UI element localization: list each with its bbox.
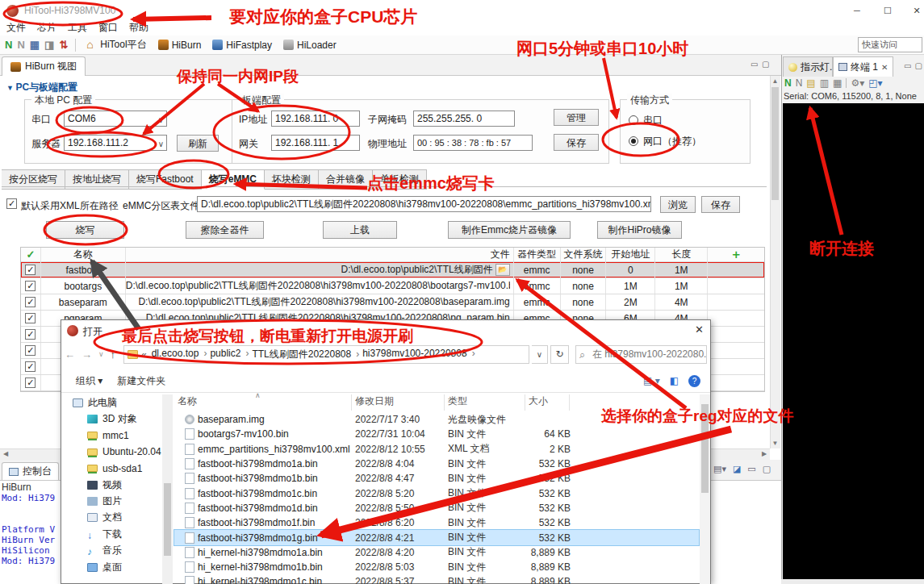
file-list-scroll-thumb[interactable]	[701, 404, 709, 493]
column-name[interactable]: 名称	[174, 394, 352, 411]
breadcrumb-dropdown-icon[interactable]: ∨	[532, 345, 548, 364]
hitool-platform-button[interactable]: HiTool平台	[83, 37, 149, 52]
manage-button[interactable]: 管理	[554, 109, 599, 126]
file-row[interactable]: bootargs7-mv100.bin 2022/7/31 10:04 BIN …	[174, 427, 699, 441]
organize-button[interactable]: 组织 ▾	[76, 374, 102, 388]
disconnect-icon[interactable]: N	[17, 39, 24, 51]
transfer-radio-option[interactable]: 网口（推荐）	[629, 131, 701, 152]
file-row[interactable]: fastboot-hi3798mdmo1g.bin 2022/8/8 4:21 …	[174, 530, 699, 544]
column-date[interactable]: 修改日期	[352, 394, 445, 411]
panel-minimize-icon[interactable]: ▭	[902, 56, 913, 77]
make-hipro-image-button[interactable]: 制作HiPro镜像	[597, 221, 682, 239]
up-icon[interactable]: ↑	[111, 348, 116, 361]
add-row-icon[interactable]: ＋	[708, 248, 764, 261]
connect-icon[interactable]: N	[5, 39, 12, 51]
scroll-left-icon[interactable]: ◀	[1, 449, 10, 459]
transfer-radio-option[interactable]: 串口	[629, 110, 701, 131]
section-pc-board-config[interactable]: PC与板端配置	[6, 81, 77, 94]
file-browse-icon[interactable]	[495, 264, 510, 276]
breadcrumb-item[interactable]: hi3798mv100-20220808	[361, 348, 476, 361]
pane-maximize-icon[interactable]: ▢	[762, 60, 769, 69]
menu-item[interactable]: 帮助	[129, 21, 148, 35]
xml-path-field[interactable]: D:\dl.ecoo.top\public2\TTL线刷固件20220808\h…	[197, 196, 651, 212]
quick-access-input[interactable]: 快速访问	[858, 37, 922, 52]
forward-icon[interactable]: →	[82, 348, 92, 361]
tab-hiburn-view[interactable]: HiBurn 视图	[2, 56, 86, 76]
erase-all-button[interactable]: 擦除全器件	[186, 221, 264, 239]
file-row[interactable]: hi_kernel-hi3798mdmo1b.bin 2022/8/8 5:03…	[174, 560, 699, 574]
save-board-button[interactable]: 保存	[554, 134, 599, 151]
menu-item[interactable]: 工具	[68, 21, 87, 35]
row-checkbox[interactable]	[25, 313, 36, 323]
breadcrumb-item[interactable]: public2	[208, 348, 250, 361]
file-row[interactable]: baseparam.img 2022/7/17 3:40 光盘映像文件	[174, 412, 699, 427]
preview-pane-icon[interactable]: ◧	[670, 375, 679, 387]
tab-console[interactable]: 控制台	[2, 462, 59, 480]
sidebar-item[interactable]: 音乐	[61, 543, 162, 559]
mac-field[interactable]: 00 : 95 : 38 : 78 : fb : 57	[413, 135, 533, 151]
burn-button[interactable]: 烧写	[46, 221, 124, 239]
sidebar-item[interactable]: mmc1	[61, 428, 162, 444]
make-emmc-image-button[interactable]: 制作Emmc烧片器镜像	[448, 221, 571, 239]
file-row[interactable]: emmc_partitions_hi3798mv100.xml 2022/8/1…	[174, 442, 699, 457]
view-mode-icon[interactable]: ▤ ▾	[643, 375, 660, 387]
hiloader-button[interactable]: HiLoader	[280, 39, 340, 52]
check-all-icon[interactable]: ✓	[21, 248, 41, 261]
sidebar-item[interactable]: 下载	[61, 526, 162, 542]
terminal-connect-icon[interactable]: N	[784, 77, 792, 89]
back-icon[interactable]: ←	[65, 348, 75, 361]
save-xml-button[interactable]: 保存	[701, 196, 740, 213]
sidebar-item[interactable]: Ubuntu-20.04 (	[61, 444, 162, 460]
row-checkbox[interactable]	[25, 378, 36, 388]
file-row[interactable]: fastboot-hi3798mdmo1c.bin 2022/8/8 5:20 …	[174, 486, 699, 500]
console-minimize-icon[interactable]: ▭	[747, 464, 755, 474]
settings-icon[interactable]: ▦	[30, 39, 40, 51]
breadcrumb-item[interactable]: TTL线刷固件20220808	[250, 348, 361, 361]
terminal-disconnect-icon[interactable]: N	[796, 77, 803, 89]
column-size[interactable]: 大小	[525, 394, 570, 411]
close-icon[interactable]: ✕	[903, 0, 924, 21]
breadcrumb-item[interactable]: dl.ecoo.top	[150, 348, 209, 361]
row-checkbox[interactable]	[25, 297, 36, 307]
server-ip-select[interactable]: 192.168.111.2	[64, 135, 167, 151]
new-folder-button[interactable]: 新建文件夹	[117, 374, 165, 388]
menu-item[interactable]: 窗口	[98, 21, 118, 35]
browse-button[interactable]: 浏览	[660, 196, 696, 213]
sidebar-item[interactable]: 3D 对象	[61, 411, 162, 427]
history-dropdown-icon[interactable]: ∨	[98, 350, 104, 358]
tab-close-icon[interactable]: ✕	[881, 63, 888, 72]
panel-maximize-icon[interactable]: ▢	[914, 56, 924, 77]
file-row[interactable]: fastboot-hi3798mdmo1d.bin 2022/8/8 5:50 …	[174, 501, 699, 515]
subnet-mask-field[interactable]: 255.255.255. 0	[413, 111, 515, 127]
file-row[interactable]: fastboot-hi3798mdmo1a.bin 2022/8/8 4:04 …	[174, 457, 699, 471]
sidebar-scrollbar[interactable]	[162, 394, 173, 584]
scroll-right-icon[interactable]: ▶	[759, 449, 769, 459]
xml-path-checkbox[interactable]	[6, 198, 17, 209]
file-row[interactable]: fastboot-hi3798mdmo1f.bin 2022/8/8 6:20 …	[174, 515, 699, 530]
row-checkbox[interactable]	[25, 329, 36, 340]
maximize-icon[interactable]: ☐	[874, 0, 901, 21]
partition-row[interactable]: baseparam D:\dl.ecoo.top\public2\TTL线刷固件…	[21, 294, 764, 311]
row-checkbox[interactable]	[25, 361, 36, 372]
sidebar-item[interactable]: 桌面	[61, 559, 162, 575]
sidebar-item[interactable]: usb-sda1	[61, 461, 162, 477]
column-type[interactable]: 类型	[445, 394, 525, 411]
terminal-settings-icon[interactable]: ⚙▾	[851, 77, 864, 89]
dialog-close-icon[interactable]: ✕	[695, 323, 704, 336]
console-export-icon[interactable]: ◪	[733, 464, 741, 474]
row-checkbox[interactable]	[25, 281, 36, 291]
breadcrumb[interactable]: « dl.ecoo.toppublic2TTL线刷固件20220808hi379…	[123, 345, 529, 364]
terminal-columns-icon[interactable]: ▥	[820, 77, 829, 89]
refresh-button[interactable]: 刷新	[177, 135, 219, 152]
terminal-lock-icon[interactable]: ▦	[833, 77, 842, 89]
menu-item[interactable]: 芯片	[37, 21, 56, 35]
tab-terminal-1[interactable]: 终端 1 ✕	[833, 56, 893, 77]
terminal-screen[interactable]	[783, 103, 924, 579]
file-row[interactable]: hi_kernel-hi3798mdmo1a.bin 2022/8/8 4:20…	[174, 545, 699, 560]
plug-icon[interactable]: ◨	[44, 39, 54, 51]
file-list-scrollbar[interactable]	[700, 394, 710, 584]
partition-row[interactable]: fastboot D:\dl.ecoo.top\public2\TTL线刷固件 …	[21, 262, 764, 278]
sidebar-item[interactable]: 视频	[61, 477, 162, 493]
pane-minimize-icon[interactable]: ▭	[750, 60, 758, 69]
updown-transfer-icon[interactable]: ⇅	[59, 39, 68, 51]
